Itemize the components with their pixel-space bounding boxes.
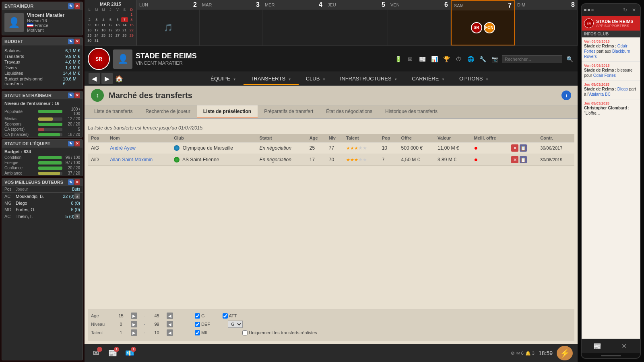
cal-day-sam[interactable]: SAM 7 SR FCN — [451, 0, 515, 45]
nav-search-input[interactable] — [502, 55, 562, 63]
player-name[interactable]: Allan Saint-Maximin — [107, 154, 171, 166]
trainer-status-close[interactable]: ✕ — [74, 93, 80, 98]
trainer-panel-header: ENTRAÎNEUR ✎ ✕ — [2, 2, 83, 10]
asse-logo — [174, 157, 180, 162]
menu-club[interactable]: CLUB ▼ — [299, 72, 333, 85]
age-max-down[interactable]: ◀ — [167, 313, 173, 319]
checkbox-att[interactable] — [223, 313, 228, 319]
checkbox-mil[interactable] — [195, 330, 200, 335]
checkbox-realistes[interactable] — [242, 330, 248, 335]
menu-transferts[interactable]: TRANSFERTS ▼ — [244, 72, 299, 85]
main-content: MAR 2015 L M M J V S D 1 2 3 4 5 — [85, 0, 578, 362]
delete-btn-2[interactable]: ✕ — [511, 156, 518, 163]
table-spacer — [88, 166, 574, 246]
trainer-panel-edit[interactable]: ✎ — [68, 3, 74, 9]
news-bottom-icon[interactable]: 📰 1 — [106, 347, 119, 360]
buteurs-icons: ✎ ✕ — [68, 179, 80, 185]
menu-infrastructures[interactable]: INFRASTRUCTURES ▼ — [333, 72, 405, 85]
money-bottom-icon[interactable]: 💶 1 — [123, 347, 136, 360]
tab-historique[interactable]: Historique des transferts — [379, 105, 444, 118]
team-status-edit[interactable]: ✎ — [68, 141, 74, 146]
clock-icon[interactable]: ⏱ — [454, 54, 463, 64]
nav-forward-button[interactable]: ▶ — [101, 73, 113, 84]
phone-x-btn[interactable]: ✕ — [618, 340, 631, 352]
talent-min-up[interactable]: ▶ — [131, 329, 137, 336]
buteurs-close[interactable]: ✕ — [74, 179, 80, 185]
cal-day-lun[interactable]: LUN 2 🎵 — [137, 0, 200, 45]
delete-btn-1[interactable]: ✕ — [511, 144, 518, 152]
player-name[interactable]: André Ayew — [107, 142, 171, 154]
tools-icon[interactable]: 🔧 — [478, 54, 487, 64]
budget-row-divers: Divers1,4 M € — [4, 65, 80, 70]
trainer-level: Niveau 16 — [27, 18, 80, 23]
menu-carriere[interactable]: CARRIÈRE ▼ — [405, 72, 452, 85]
tab-recherche[interactable]: Recherche de joueur — [139, 105, 196, 118]
tab-liste-transferts[interactable]: Liste de transferts — [88, 105, 139, 118]
budget-row-previsionnel: Budget prévisionnel transferts10,6 M € — [4, 76, 80, 86]
cal-day-mer[interactable]: MER 4 — [262, 0, 325, 45]
checkbox-def[interactable] — [195, 322, 200, 327]
position-select[interactable]: G — [228, 321, 243, 328]
table-header-row: Pos Nom Club Statut Age Niv Talent Pop O… — [88, 134, 574, 142]
list-item: AC Moukandjo, B. 22 (0) ▲ — [2, 193, 83, 200]
talent-max-down[interactable]: ◀ — [167, 329, 173, 336]
info-icon[interactable]: i — [561, 90, 571, 100]
mail-icon[interactable]: ✉ — [405, 54, 415, 64]
continue-button[interactable]: ⚡ — [557, 346, 573, 360]
tab-negociations[interactable]: État des négociations — [320, 105, 379, 118]
age-min-up[interactable]: ▶ — [131, 313, 137, 319]
list-item: MD Fortes, O. 5 (0) — [2, 206, 83, 213]
page-header-icon: ↕ — [91, 89, 104, 102]
budget-panel-edit[interactable]: ✎ — [68, 39, 74, 44]
trainer-status-title: STATUT ENTRAÎNEUR — [4, 93, 52, 98]
search-icon[interactable]: 🔍 — [565, 54, 574, 64]
nav-home-button[interactable]: 🏠 — [114, 73, 125, 84]
phone-club-name: STADE DE REIMS — [596, 19, 634, 24]
team-status-close[interactable]: ✕ — [74, 141, 80, 146]
nav-icons: 🔋 ✉ 📰 📊 🏆 ⏱ 🌐 🔧 📷 🔍 — [393, 54, 574, 64]
phone-refresh-icon[interactable]: ↻ — [621, 6, 629, 14]
buteurs-title: VOS MEILLEURS BUTEURS — [4, 180, 63, 185]
col-offre: Offre — [398, 134, 434, 142]
menu-items: ÉQUIPE ▼ TRANSFERTS ▼ CLUB ▼ INFRASTRUCT… — [125, 72, 574, 85]
niv-min-up[interactable]: ▶ — [131, 321, 137, 327]
scroll-down-btn[interactable]: ▼ — [74, 214, 80, 219]
buteurs-edit[interactable]: ✎ — [68, 179, 74, 185]
trainer-style: Motivant — [27, 28, 80, 33]
trophy-icon[interactable]: 🏆 — [442, 54, 451, 64]
niv-max-down[interactable]: ◀ — [167, 321, 173, 327]
col-age: Age — [306, 134, 326, 142]
page-header: ↕ Marché des transferts i — [85, 86, 578, 105]
trainer-status-edit[interactable]: ✎ — [68, 93, 74, 98]
newspaper-icon[interactable]: 📰 — [417, 54, 427, 64]
trainer-panel-close[interactable]: ✕ — [74, 3, 80, 9]
budget-row-travaux: Travaux4,0 M € — [4, 59, 80, 65]
phone-club-sub: APP SUPPORTERS — [596, 24, 634, 28]
tab-preselection[interactable]: Liste de présélection — [197, 105, 258, 118]
budget-panel-icons: ✎ ✕ — [68, 39, 80, 44]
filter-g: G — [195, 313, 205, 319]
left-sidebar: ENTRAÎNEUR ✎ ✕ 👤 Vincent Maratier Niveau… — [0, 0, 85, 362]
cal-day-jeu[interactable]: JEU 5 — [325, 0, 388, 45]
col-contrat: Contr. — [537, 134, 574, 142]
scroll-up-btn[interactable]: ▲ — [74, 193, 80, 199]
budget-panel-close[interactable]: ✕ — [74, 39, 80, 44]
tab-preparatifs[interactable]: Préparatifs de transfert — [258, 105, 320, 118]
globe-icon[interactable]: 🌐 — [466, 54, 475, 64]
menu-options[interactable]: OPTIONS ▼ — [452, 72, 496, 85]
cal-day-dim[interactable]: DIM 8 — [515, 0, 578, 45]
chart-icon[interactable]: 📊 — [429, 54, 439, 64]
checkbox-g[interactable] — [195, 313, 200, 319]
photo-icon[interactable]: 📷 — [490, 54, 500, 64]
mail-bottom-icon[interactable]: ✉ — [89, 347, 102, 360]
copy-btn-1[interactable]: 📋 — [520, 144, 527, 152]
phone-news-btn[interactable]: 📰 — [591, 340, 604, 352]
phone-close-icon[interactable]: ✕ — [630, 6, 638, 14]
menu-equipe[interactable]: ÉQUIPE ▼ — [203, 72, 244, 85]
reims-badge: SR — [471, 22, 482, 33]
cal-day-ven[interactable]: VEN 6 — [388, 0, 451, 45]
nav-back-button[interactable]: ◀ — [89, 73, 100, 84]
copy-btn-2[interactable]: 📋 — [520, 156, 527, 163]
phone-actions: ↻ ✕ — [621, 6, 638, 14]
cal-day-mar[interactable]: MAR 3 — [200, 0, 262, 45]
